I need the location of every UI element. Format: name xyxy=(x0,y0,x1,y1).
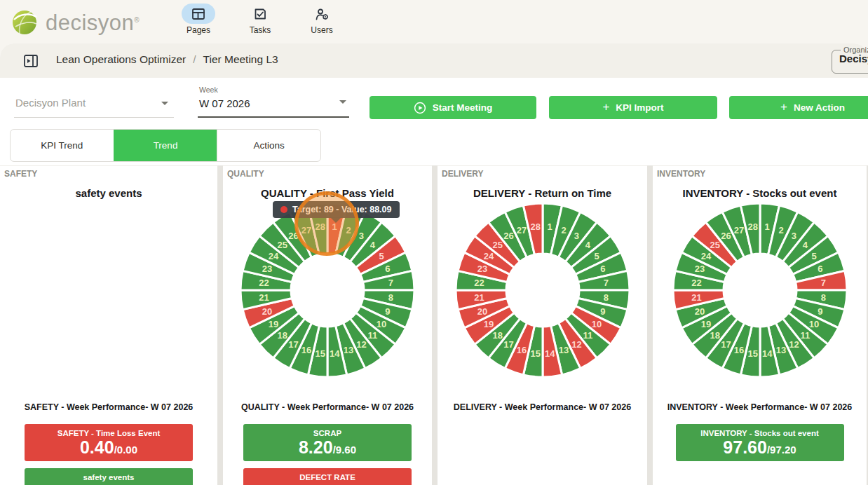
kpi-card[interactable]: SCRAP8.20/9.60 xyxy=(243,424,412,461)
donut-segment-label: 28 xyxy=(530,221,540,232)
donut-segment-label: 7 xyxy=(820,278,825,288)
donut-segment-label: 20 xyxy=(262,306,272,317)
kpi-card-title: SCRAP xyxy=(243,429,412,437)
tooltip-text: Target: 89 - Value: 88.09 xyxy=(292,205,392,214)
donut-segment-label: 18 xyxy=(492,330,502,341)
tab-actions[interactable]: Actions xyxy=(217,130,320,161)
donut-segment-label: 13 xyxy=(558,345,568,355)
donut-segment-label: 26 xyxy=(721,231,731,241)
donut-segment-label: 14 xyxy=(761,348,772,359)
donut-segment-label: 9 xyxy=(818,306,822,317)
delivery-chart-title: DELIVERY - Return on Time xyxy=(438,187,647,199)
donut-segment-label: 22 xyxy=(259,278,269,288)
donut-segment-label: 27 xyxy=(733,225,743,235)
donut-segment-label: 23 xyxy=(694,264,704,274)
donut-segment-label: 20 xyxy=(477,306,487,317)
week-select[interactable]: Week W 07 2026 xyxy=(198,83,349,118)
delivery-chart-area: 1234567891011121314151617181920212223242… xyxy=(438,202,647,381)
donut-segment-label: 21 xyxy=(474,292,484,303)
donut-segment-label: 17 xyxy=(503,339,513,350)
nav-item-pages[interactable]: Pages xyxy=(177,4,220,35)
decisyon-logo[interactable]: decisyon® xyxy=(10,7,140,39)
kpi-card[interactable]: SAFETY - Time Loss Event0.40/0.00 xyxy=(25,424,193,461)
kpi-card-title: safety events xyxy=(25,473,193,481)
donut-segment-label: 18 xyxy=(277,330,287,341)
breadcrumb-separator: / xyxy=(193,53,196,65)
donut-segment-label: 3 xyxy=(791,231,796,241)
donut-segment-label: 13 xyxy=(775,345,785,355)
kpi-card[interactable]: INVENTORY - Stocks out event97.60/97.20 xyxy=(676,424,844,461)
main-nav: Pages Tasks xyxy=(177,4,344,35)
donut-segment-label: 28 xyxy=(747,221,757,232)
kpi-card-value: 0.40/0.00 xyxy=(25,437,193,458)
donut-segment-label: 11 xyxy=(367,330,377,341)
donut-segment-label: 8 xyxy=(603,292,608,303)
nav-label-tasks: Tasks xyxy=(250,25,271,35)
donut-segment-label: 16 xyxy=(516,345,526,355)
tab-kpi-trend[interactable]: KPI Trend xyxy=(11,130,114,161)
donut-segment-label: 2 xyxy=(346,225,351,235)
kpi-import-button[interactable]: + KPI Import xyxy=(549,96,717,119)
plant-select[interactable]: Decisyon Plant xyxy=(14,90,174,118)
donut-segment-label: 5 xyxy=(379,251,384,261)
donut-segment-label: 12 xyxy=(571,339,581,350)
delivery-donut-chart[interactable]: 1234567891011121314151617181920212223242… xyxy=(454,202,631,378)
view-tabs: KPI Trend Trend Actions xyxy=(10,129,321,162)
donut-segment-label: 10 xyxy=(591,319,601,329)
donut-segment-label: 10 xyxy=(808,319,818,329)
donut-segment-label: 23 xyxy=(262,264,272,274)
donut-segment-label: 25 xyxy=(710,240,719,250)
start-meeting-button[interactable]: Start Meeting xyxy=(369,96,536,119)
logo-wordmark: decisyon® xyxy=(46,11,140,36)
tasks-check-icon xyxy=(243,4,277,24)
nav-item-users[interactable]: Users xyxy=(300,4,344,35)
chart-tooltip: Target: 89 - Value: 88.09 xyxy=(273,201,400,218)
column-header-quality: QUALITY xyxy=(223,166,432,179)
week-select-label: Week xyxy=(199,86,218,94)
inventory-kpi-cards: INVENTORY - Stocks out event97.60/97.20 xyxy=(676,424,844,461)
plus-icon: + xyxy=(780,100,787,114)
donut-segment-label: 14 xyxy=(544,348,555,359)
donut-segment-label: 6 xyxy=(818,264,822,274)
tooltip-status-dot-icon xyxy=(280,206,287,213)
quality-chart-area: 1234567891011121314151617181920212223242… xyxy=(223,202,432,381)
safety-chart-area xyxy=(0,202,217,381)
breadcrumb-root[interactable]: Lean Operations Optimizer xyxy=(56,53,186,65)
inventory-donut-chart[interactable]: 1234567891011121314151617181920212223242… xyxy=(672,202,848,378)
donut-segment-label: 12 xyxy=(789,339,799,350)
nav-label-pages: Pages xyxy=(187,25,210,35)
content-panel: Lean Operations Optimizer/Tier Meeting L… xyxy=(0,43,868,485)
top-bar: decisyon® Pages xyxy=(0,0,868,43)
safety-kpi-cards: SAFETY - Time Loss Event0.40/0.00safety … xyxy=(25,424,193,485)
column-inventory: INVENTORY INVENTORY - Stocks out event 1… xyxy=(653,165,867,485)
donut-segment-label: 14 xyxy=(330,348,340,359)
kpi-card[interactable]: safety events0.00 xyxy=(25,468,193,485)
donut-segment-label: 3 xyxy=(574,231,578,241)
safety-performance-title: SAFETY - Week Performance- W 07 2026 xyxy=(0,402,217,412)
sidebar-toggle-icon[interactable] xyxy=(22,53,39,69)
donut-segment-label: 4 xyxy=(370,240,376,250)
nav-item-tasks[interactable]: Tasks xyxy=(238,4,282,35)
donut-segment-label: 15 xyxy=(747,348,757,359)
donut-segment-label: 5 xyxy=(594,251,599,261)
column-header-safety: SAFETY xyxy=(0,166,217,179)
donut-segment-label: 21 xyxy=(259,292,269,303)
donut-segment-label: 11 xyxy=(800,330,810,341)
donut-segment-label: 1 xyxy=(332,221,337,232)
donut-segment-label: 26 xyxy=(288,231,298,241)
quality-donut-chart[interactable]: 1234567891011121314151617181920212223242… xyxy=(239,202,416,378)
tab-trend[interactable]: Trend xyxy=(114,130,217,161)
donut-segment-label: 1 xyxy=(764,221,769,232)
donut-segment-label: 2 xyxy=(561,225,566,235)
new-action-button[interactable]: + New Action xyxy=(729,96,868,119)
kpi-columns: SAFETY safety events SAFETY - Week Perfo… xyxy=(0,165,868,485)
donut-segment-label: 7 xyxy=(388,278,393,288)
kpi-card[interactable]: DEFECT RATE1.34 xyxy=(243,468,412,485)
delivery-performance-title: DELIVERY - Week Performance- W 07 2026 xyxy=(438,402,647,412)
organization-select[interactable]: Organiza Decisy xyxy=(832,46,868,74)
donut-segment-label: 10 xyxy=(377,319,386,329)
chevron-down-icon xyxy=(339,100,346,104)
inventory-chart-area: 1234567891011121314151617181920212223242… xyxy=(653,202,867,381)
donut-segment-label: 22 xyxy=(474,278,484,288)
quality-chart-title: QUALITY - First Pass Yield xyxy=(223,187,432,199)
